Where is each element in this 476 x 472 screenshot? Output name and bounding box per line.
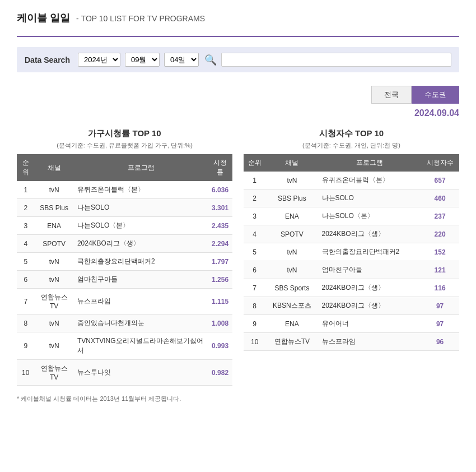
cell-channel: SBS Plus [35, 199, 74, 217]
cell-rank: 1 [17, 181, 35, 199]
table-row: 1 tvN 유퀴즈온더블럭〈본〉 6.036 [17, 181, 232, 199]
cell-rating: 2.294 [208, 235, 232, 253]
top-divider [17, 36, 459, 37]
cell-rating: 116 [421, 279, 459, 297]
table-row: 9 ENA 유어어너 97 [244, 315, 459, 333]
footnote: * 케이블채널 시청률 데이터는 2013년 11월부터 제공됩니다. [17, 395, 459, 403]
viewer-table-header: 순위 채널 프로그램 시청자수 [244, 154, 459, 172]
cell-rating: 3.301 [208, 199, 232, 217]
cell-program: 나는SOLO [319, 189, 421, 207]
cell-rating: 6.036 [208, 181, 232, 199]
cell-rating: 97 [421, 315, 459, 333]
cell-channel: tvN [35, 332, 74, 360]
cell-program: 나는SOLO〈본〉 [319, 207, 421, 225]
cell-rating: 121 [421, 261, 459, 279]
table-row: 9 tvN TVNXTVING오리지널드라마손해보기싫어서 0.993 [17, 332, 232, 360]
table-row: 4 SPOTV 2024KBO리그〈생〉 220 [244, 225, 459, 243]
table-row: 8 tvN 증인있습니다천개의눈 1.008 [17, 314, 232, 332]
month-select[interactable]: 09월 [125, 53, 160, 67]
col-program-1: 프로그램 [74, 154, 208, 181]
cell-rank: 6 [17, 271, 35, 289]
cell-program: 나는SOLO〈본〉 [74, 217, 208, 235]
col-rating-2: 시청자수 [421, 154, 459, 172]
cell-program: 엄마친구아들 [74, 271, 208, 289]
cell-rank: 6 [244, 261, 265, 279]
cell-program: TVNXTVING오리지널드라마손해보기싫어서 [74, 332, 208, 360]
cell-rating: 460 [421, 189, 459, 207]
cell-rating: 237 [421, 207, 459, 225]
cell-rank: 1 [244, 172, 265, 189]
cell-rating: 1.008 [208, 314, 232, 332]
household-table-title: 가구시청률 TOP 10 [17, 128, 232, 139]
cell-rating: 220 [421, 225, 459, 243]
table-row: 3 ENA 나는SOLO〈본〉 237 [244, 207, 459, 225]
cell-channel: ENA [265, 315, 318, 333]
cell-rating: 0.993 [208, 332, 232, 360]
cell-program: 2024KBO리그〈생〉 [319, 225, 421, 243]
cell-program: 2024KBO리그〈생〉 [319, 279, 421, 297]
cell-program: 증인있습니다천개의눈 [74, 314, 208, 332]
cell-program: 유퀴즈온더블럭〈본〉 [74, 181, 208, 199]
title-sub: - TOP 10 LIST FOR TV PROGRAMS [76, 14, 205, 23]
cell-program: 뉴스투나잇 [74, 360, 208, 386]
search-button[interactable]: 🔍 [204, 54, 217, 66]
cell-channel: tvN [265, 261, 318, 279]
cell-rating: 2.435 [208, 217, 232, 235]
cell-rank: 5 [17, 253, 35, 271]
cell-rating: 152 [421, 243, 459, 261]
col-rank-2: 순위 [244, 154, 265, 172]
cell-channel: 연합뉴스TV [35, 360, 74, 386]
cell-program: 극한의출장요리단백패커2 [319, 243, 421, 261]
cell-rating: 97 [421, 297, 459, 315]
search-label: Data Search [25, 55, 70, 64]
cell-program: 유어어너 [319, 315, 421, 333]
table-row: 8 KBSN스포츠 2024KBO리그〈생〉 97 [244, 297, 459, 315]
cell-program: 엄마친구아들 [319, 261, 421, 279]
cell-program: 유퀴즈온더블럭〈본〉 [319, 172, 421, 189]
cell-channel: tvN [35, 181, 74, 199]
day-select[interactable]: 04일 [164, 53, 199, 67]
cell-channel: tvN [265, 172, 318, 189]
cell-rank: 3 [17, 217, 35, 235]
cell-rank: 10 [17, 360, 35, 386]
cell-rank: 4 [244, 225, 265, 243]
cell-program: 뉴스프라임 [319, 333, 421, 351]
household-table-subtitle: (분석기준: 수도권, 유료플랫폼 가입 가구, 단위:%) [17, 141, 232, 150]
col-channel-1: 채널 [35, 154, 74, 181]
cell-rank: 8 [244, 297, 265, 315]
household-table: 순위 채널 프로그램 시청률 1 tvN 유퀴즈온더블럭〈본〉 6.036 2 … [17, 154, 232, 386]
table-row: 6 tvN 엄마친구아들 121 [244, 261, 459, 279]
cell-channel: KBSN스포츠 [265, 297, 318, 315]
cell-rank: 9 [17, 332, 35, 360]
cell-rating: 1.115 [208, 289, 232, 314]
cell-channel: SBS Sports [265, 279, 318, 297]
cell-channel: SPOTV [35, 235, 74, 253]
region-btn-capital[interactable]: 수도권 [412, 86, 459, 104]
cell-rank: 7 [244, 279, 265, 297]
cell-channel: 연합뉴스TV [35, 289, 74, 314]
table-row: 7 연합뉴스TV 뉴스프라임 1.115 [17, 289, 232, 314]
cell-channel: tvN [35, 253, 74, 271]
cell-rank: 5 [244, 243, 265, 261]
search-input[interactable] [221, 53, 451, 67]
search-bar: Data Search 2024년 09월 04일 🔍 [17, 47, 459, 72]
viewer-table-title: 시청자수 TOP 10 [244, 128, 459, 139]
table-row: 4 SPOTV 2024KBO리그〈생〉 2.294 [17, 235, 232, 253]
cell-rating: 0.982 [208, 360, 232, 386]
viewer-table-section: 시청자수 TOP 10 (분석기준: 수도권, 개인, 단위:천 명) 순위 채… [244, 128, 459, 386]
table-row: 6 tvN 엄마친구아들 1.256 [17, 271, 232, 289]
cell-channel: tvN [265, 243, 318, 261]
cell-channel: tvN [35, 314, 74, 332]
cell-channel: 연합뉴스TV [265, 333, 318, 351]
table-row: 10 연합뉴스TV 뉴스투나잇 0.982 [17, 360, 232, 386]
cell-rank: 2 [17, 199, 35, 217]
cell-program: 2024KBO리그〈생〉 [319, 297, 421, 315]
table-row: 10 연합뉴스TV 뉴스프라임 96 [244, 333, 459, 351]
cell-program: 나는SOLO [74, 199, 208, 217]
region-btn-national[interactable]: 전국 [371, 86, 412, 104]
title-main: 케이블 일일 [17, 12, 70, 24]
cell-rank: 9 [244, 315, 265, 333]
cell-program: 2024KBO리그〈생〉 [74, 235, 208, 253]
year-select[interactable]: 2024년 [78, 53, 120, 67]
cell-rank: 3 [244, 207, 265, 225]
